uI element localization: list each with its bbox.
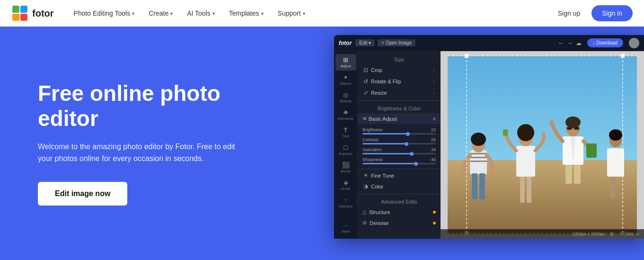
contrast-fill	[362, 143, 406, 144]
svg-rect-3	[12, 14, 19, 21]
svg-rect-30	[574, 127, 579, 130]
sharpness-thumb[interactable]	[414, 162, 418, 166]
chevron-down-icon: ▾	[303, 11, 305, 16]
brightness-track[interactable]	[362, 133, 436, 134]
sharpness-track[interactable]	[362, 163, 436, 164]
effects-icon: ✦	[343, 74, 348, 81]
sidebar-item-adjust[interactable]: ⊞ Adjust	[335, 54, 356, 71]
svg-rect-42	[621, 54, 625, 58]
sidebar-item-text[interactable]: T Text	[335, 124, 356, 141]
svg-rect-34	[607, 148, 624, 177]
chevron-down-icon: ▾	[170, 11, 173, 16]
svg-rect-11	[470, 153, 487, 154]
saturation-label-row: Saturation 34	[362, 147, 436, 152]
panel-item-rotate-flip[interactable]: ↺ Rotate & Flip ›	[358, 76, 441, 87]
panel-item-structure[interactable]: △ Structure	[358, 206, 441, 217]
zoom-in-button[interactable]: +	[635, 232, 640, 237]
editor-open-image-button[interactable]: + Open Image	[378, 39, 415, 46]
effects-label: Effects	[340, 81, 351, 86]
navbar-nav: Photo Editing Tools ▾ Create ▾ AI Tools …	[67, 6, 552, 21]
canvas-illustration	[441, 51, 644, 239]
contrast-label: Contrast	[362, 137, 379, 142]
nav-item-photo-editing-tools[interactable]: Photo Editing Tools ▾	[67, 6, 141, 21]
color-label: Color	[371, 184, 383, 189]
text-label: Text	[342, 134, 349, 138]
icon-bar: ⊞ Adjust ✦ Effects ◎ Beauty ❖ Elements T	[334, 51, 358, 239]
edit-image-now-button[interactable]: Edit image now	[38, 182, 127, 206]
editor-mockup: fotor Edit ▾ + Open Image ← → ☁ ↓ Downlo…	[334, 35, 644, 239]
sharpness-label: Sharpness	[362, 157, 383, 162]
editor-edit-button[interactable]: Edit ▾	[355, 39, 375, 46]
signup-button[interactable]: Sign up	[552, 6, 586, 21]
sidebar-item-save[interactable]: ··· Save	[335, 219, 356, 236]
saturation-slider-row: Saturation 34	[358, 146, 441, 156]
sidebar-item-express[interactable]: ⬡ Express	[335, 142, 356, 158]
svg-rect-2	[20, 6, 27, 13]
canvas-bottom-bar: 1000px × 2000px | ⊞ | − 24% +	[441, 229, 644, 239]
adjust-label: Adjust	[340, 64, 351, 68]
sidebar-item-ai-art[interactable]: ◈ AI Art	[335, 177, 356, 193]
contrast-label-row: Contrast 26	[362, 137, 436, 142]
text-icon: T	[344, 126, 348, 134]
svg-rect-13	[470, 161, 487, 162]
nav-label-create: Create	[149, 9, 168, 17]
rotate-flip-label: Rotate & Flip	[371, 79, 401, 84]
svg-point-36	[609, 129, 622, 141]
chevron-down-icon: ▾	[132, 11, 134, 16]
save-icon: ···	[343, 222, 348, 229]
zoom-out-button[interactable]: −	[618, 232, 623, 237]
canvas-sep-1: |	[607, 232, 608, 236]
editor-body: ⊞ Adjust ✦ Effects ◎ Beauty ❖ Elements T	[334, 51, 644, 239]
panel-divider-1	[358, 100, 441, 101]
beauty-label: Beauty	[340, 99, 352, 103]
sidebar-item-effects[interactable]: ✦ Effects	[335, 72, 356, 88]
ai-art-label: AI Art	[341, 187, 351, 191]
basic-adjust-header[interactable]: ≋ Basic Adjust ∧	[358, 113, 441, 124]
editor-panel: Size ⊡ Crop › ↺ Rotate & Flip › ⤢ Resize…	[358, 51, 441, 239]
basic-adjust-arrow: ∧	[432, 116, 436, 121]
brightness-fill	[362, 133, 408, 134]
contrast-slider-row: Contrast 26	[358, 136, 441, 146]
canvas-size-display: 1000px × 2000px	[572, 232, 605, 236]
svg-rect-41	[465, 54, 468, 58]
sidebar-item-uploads[interactable]: ↑ Uploads	[335, 194, 356, 211]
saturation-track[interactable]	[362, 153, 436, 154]
nav-item-create[interactable]: Create ▾	[142, 6, 179, 21]
panel-link-color[interactable]: ◑ Color	[358, 181, 441, 192]
crop-label: Crop	[371, 67, 382, 73]
user-avatar	[629, 38, 639, 48]
sidebar-item-boost[interactable]: ⬛ Boost	[335, 159, 356, 176]
panel-item-crop[interactable]: ⊡ Crop ›	[358, 64, 441, 76]
nav-item-support[interactable]: Support ▾	[271, 6, 312, 21]
topbar-cloud-icon: ☁	[576, 40, 582, 46]
logo[interactable]: fotor	[11, 5, 54, 22]
saturation-thumb[interactable]	[410, 152, 414, 156]
fine-tune-label: Fine Tune	[371, 173, 394, 179]
topbar-back-button[interactable]: ←	[558, 39, 564, 46]
panel-link-fine-tune[interactable]: ☀ Fine Tune	[358, 170, 441, 181]
panel-item-resize[interactable]: ⤢ Resize ›	[358, 87, 441, 99]
express-label: Express	[339, 152, 353, 156]
svg-rect-23	[503, 129, 508, 136]
nav-label-templates: Templates	[229, 9, 259, 17]
panel-item-denoise[interactable]: ⊘ Denoise	[358, 217, 441, 228]
crop-icon: ⊡	[363, 67, 368, 73]
nav-label-ai-tools: AI Tools	[187, 9, 211, 17]
nav-item-ai-tools[interactable]: AI Tools ▾	[180, 6, 221, 21]
signin-button[interactable]: Sign in	[591, 5, 633, 21]
nav-item-templates[interactable]: Templates ▾	[222, 6, 270, 21]
contrast-track[interactable]	[362, 143, 436, 144]
editor-download-button[interactable]: ↓ Download	[587, 38, 623, 47]
sidebar-item-elements[interactable]: ❖ Elements	[335, 107, 356, 123]
beauty-icon: ◎	[343, 91, 348, 99]
sidebar-item-beauty[interactable]: ◎ Beauty	[335, 89, 356, 106]
uploads-label: Uploads	[339, 204, 353, 208]
elements-label: Elements	[338, 117, 353, 121]
structure-label: Structure	[369, 209, 390, 215]
topbar-forward-button[interactable]: →	[567, 39, 573, 46]
svg-point-17	[471, 133, 486, 146]
brightness-thumb[interactable]	[406, 132, 410, 136]
contrast-thumb[interactable]	[405, 142, 408, 146]
resize-label: Resize	[371, 90, 387, 96]
brightness-color-title: Brightness & Color	[358, 103, 441, 113]
